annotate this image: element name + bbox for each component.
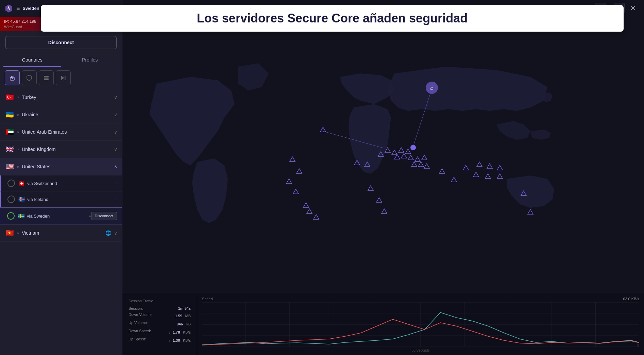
- turkey-flag: 🇹🇷: [5, 93, 14, 101]
- uae-expand: ∨: [114, 129, 117, 135]
- tab-profiles[interactable]: Profiles: [61, 54, 119, 67]
- filter-skip[interactable]: [56, 70, 71, 85]
- country-item-ukraine[interactable]: 🇺🇦 » Ukraine ∨: [0, 106, 122, 123]
- tooltip-title: Los servidores Secure Core añaden seguri…: [51, 11, 613, 26]
- switzerland-flag: 🇨🇭: [18, 180, 25, 187]
- protocol-label: WireGuard: [4, 25, 22, 29]
- skip-icon: [60, 74, 67, 81]
- us-flag: 🇺🇸: [5, 163, 14, 171]
- us-expand: ∧: [114, 164, 117, 169]
- uae-double-arrow: »: [17, 130, 19, 134]
- country-item-uae[interactable]: 🇦🇪 » United Arab Emirates ∨: [0, 123, 122, 141]
- vietnam-expand: ∨: [114, 230, 117, 236]
- stats-panel: Session Traffic Session: 1m 54s Down Vol…: [122, 294, 644, 355]
- svg-marker-0: [5, 4, 12, 13]
- sc-arrow-sweden: »: [89, 214, 91, 218]
- sc-item-sweden[interactable]: 🇸🇪 via Sweden » Disconnect: [0, 207, 122, 224]
- down-volume-label: Down Volume:: [129, 312, 153, 319]
- disconnect-button[interactable]: Disconnect: [5, 36, 117, 49]
- protonvpn-logo: [4, 4, 14, 13]
- vietnam-flag: 🇻🇳: [5, 229, 14, 237]
- us-name: United States: [22, 164, 114, 169]
- uk-expand: ∨: [114, 147, 117, 152]
- svg-rect-9: [65, 76, 66, 80]
- ukraine-name: Ukraine: [22, 112, 114, 117]
- svg-rect-7: [44, 79, 49, 80]
- down-volume-row: Down Volume: 1.59 MB: [129, 312, 191, 319]
- session-traffic-label: Session Traffic: [129, 299, 191, 303]
- country-item-turkey[interactable]: 🇹🇷 » Turkey ∨: [0, 89, 122, 106]
- shield-icon: [26, 74, 33, 81]
- home-icon-text: ⌂: [430, 85, 434, 91]
- country-item-uk[interactable]: 🇬🇧 » United Kingdom ∨: [0, 141, 122, 158]
- chart-header: Speed 63.0 KB/s: [202, 297, 639, 301]
- uae-name: United Arab Emirates: [22, 129, 114, 135]
- sweden-flag: 🇸🇪: [18, 213, 25, 219]
- lock-shield-icon: [9, 74, 16, 81]
- down-speed-value: 1.78: [173, 330, 180, 334]
- close-button[interactable]: ✕: [627, 3, 639, 14]
- chart-zero: 0: [637, 344, 639, 348]
- main-area: − | + ✕: [122, 0, 644, 355]
- filter-shield[interactable]: [22, 70, 37, 85]
- down-volume-unit: MB: [185, 314, 191, 318]
- down-speed-label: Down Speed:: [129, 329, 151, 335]
- world-map: ⌂: [122, 16, 644, 294]
- sc-arrow-switzerland: »: [115, 181, 117, 185]
- uae-flag: 🇦🇪: [5, 128, 14, 136]
- down-speed-unit: KB/s: [183, 330, 191, 334]
- sc-item-iceland[interactable]: 🇮🇸 via Iceland »: [0, 191, 122, 207]
- sc-label-switzerland: via Switzerland: [27, 181, 114, 186]
- session-value: 1m 54s: [178, 306, 191, 310]
- country-item-us[interactable]: 🇺🇸 » United States ∧: [0, 158, 122, 175]
- svg-marker-8: [61, 76, 64, 80]
- session-label: Session:: [129, 306, 143, 310]
- uk-flag: 🇬🇧: [5, 145, 14, 153]
- up-volume-label: Up Volume:: [129, 321, 148, 327]
- turkey-double-arrow: »: [17, 95, 19, 99]
- svg-rect-6: [44, 78, 49, 79]
- sc-disconnect-sweden[interactable]: Disconnect: [91, 212, 117, 220]
- vietnam-globe: 🌐: [105, 230, 111, 236]
- svg-point-4: [12, 78, 13, 79]
- stats-left: Session Traffic Session: 1m 54s Down Vol…: [122, 294, 197, 355]
- sc-circle-sweden: [7, 212, 15, 220]
- speed-chart: Speed 63.0 KB/s: [197, 294, 644, 355]
- down-volume-value: 1.59: [175, 314, 182, 318]
- chart-footer: 60 Seconds: [202, 349, 639, 352]
- tabs-container: Countries Profiles: [3, 54, 119, 67]
- vietnam-name: Vietnam: [22, 230, 105, 236]
- sidebar: ≡ Sweden VPN IP: 45.87.214.198 64% Load …: [0, 0, 122, 355]
- iceland-flag: 🇮🇸: [18, 196, 25, 203]
- session-row: Session: 1m 54s: [129, 306, 191, 310]
- sc-item-switzerland[interactable]: 🇨🇭 via Switzerland »: [0, 175, 122, 191]
- server-ip: IP: 45.87.214.198: [4, 19, 36, 24]
- up-volume-value: 946: [177, 322, 183, 326]
- up-speed-value: 1.30: [173, 338, 180, 342]
- up-volume-unit: KB: [186, 322, 191, 326]
- filter-secure-core[interactable]: [5, 70, 20, 85]
- down-speed-row: Down Speed: ↓ 1.78 KB/s: [129, 329, 191, 335]
- active-server-marker: [410, 145, 416, 150]
- chart-max: 63.0 KB/s: [623, 297, 639, 301]
- turkey-expand: ∨: [114, 95, 117, 100]
- vietnam-double-arrow: »: [17, 231, 19, 235]
- ukraine-expand: ∨: [114, 112, 117, 117]
- up-speed-unit: KB/s: [183, 338, 191, 342]
- map-svg: ⌂: [122, 16, 644, 294]
- country-list: 🇹🇷 » Turkey ∨ 🇺🇦 » Ukraine ∨ 🇦🇪 » United…: [0, 89, 122, 355]
- menu-icon[interactable]: ≡: [16, 5, 20, 12]
- up-speed-row: Up Speed: ↑ 1.30 KB/s: [129, 337, 191, 343]
- tab-countries[interactable]: Countries: [3, 54, 61, 67]
- sc-circle-iceland: [7, 196, 15, 203]
- down-speed-arrow: ↓: [169, 331, 170, 334]
- country-item-vietnam[interactable]: 🇻🇳 » Vietnam 🌐 ∨: [0, 224, 122, 242]
- uk-name: United Kingdom: [22, 147, 114, 152]
- sc-circle-switzerland: [7, 180, 15, 187]
- speed-label: Speed: [202, 297, 213, 301]
- filter-list[interactable]: [39, 70, 54, 85]
- list-icon: [43, 74, 50, 81]
- ukraine-double-arrow: »: [17, 113, 19, 117]
- tooltip-banner: Los servidores Secure Core añaden seguri…: [41, 5, 624, 32]
- turkey-name: Turkey: [22, 95, 114, 100]
